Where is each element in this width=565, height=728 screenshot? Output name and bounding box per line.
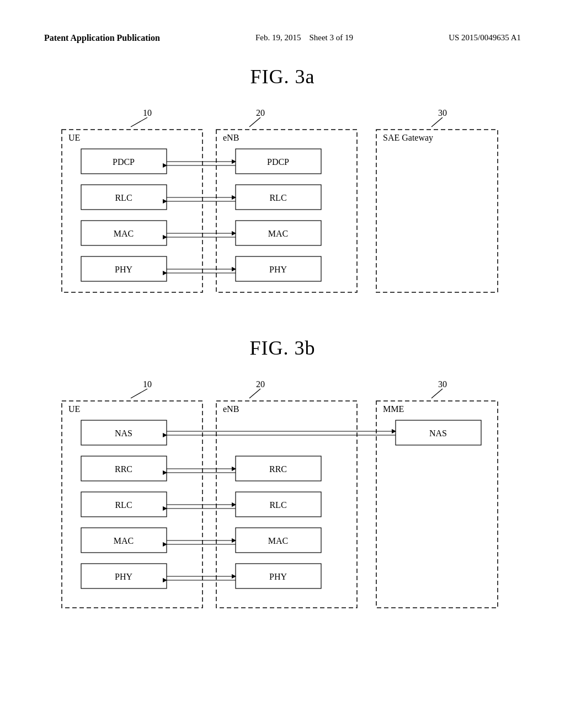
figure-3b: FIG. 3b 10 20 30 UE eNB MME NAS RRC [44, 336, 521, 619]
fig3a-enb-mac-label: MAC [268, 229, 288, 238]
fig3a-title: FIG. 3a [44, 65, 521, 88]
page: Patent Application Publication Feb. 19, … [0, 0, 565, 728]
fig3b-ue-phy-label: PHY [115, 572, 132, 581]
svg-line-5 [131, 389, 147, 398]
fig3b-label-30: 30 [438, 379, 447, 389]
fig3b-enb-rlc-label: RLC [269, 500, 286, 510]
fig3a-enb-rlc-label: RLC [269, 193, 286, 202]
fig3a-ue-rlc-label: RLC [115, 193, 132, 202]
fig3b-diagram: 10 20 30 UE eNB MME NAS RRC RLC [45, 371, 520, 619]
fig3a-sae-box [376, 130, 498, 292]
fig3a-ue-phy-label: PHY [115, 265, 132, 274]
fig3b-mme-label: MME [383, 404, 404, 414]
fig3b-ue-rrc-label: RRC [115, 464, 132, 474]
header-sheet: Sheet 3 of 19 [309, 33, 353, 42]
fig3b-enb-rrc-label: RRC [269, 464, 287, 474]
fig3a-enb-phy-label: PHY [269, 265, 287, 274]
fig3a-ue-pdcp-label: PDCP [113, 157, 135, 167]
fig3a-label-20: 20 [256, 108, 265, 117]
header-patent-number: US 2015/0049635 A1 [449, 33, 521, 42]
header-publication-label: Patent Application Publication [44, 33, 160, 43]
fig3a-label-30: 30 [438, 108, 447, 117]
fig3a-label-10: 10 [143, 108, 152, 117]
page-header: Patent Application Publication Feb. 19, … [44, 33, 521, 43]
fig3b-enb-label: eNB [223, 404, 239, 414]
fig3a-ue-label: UE [68, 133, 80, 142]
fig3b-ue-nas-label: NAS [115, 429, 132, 438]
svg-line-1 [249, 117, 260, 127]
fig3a-enb-pdcp-label: PDCP [267, 157, 289, 167]
fig3b-title: FIG. 3b [44, 336, 521, 360]
fig3b-ue-mac-label: MAC [114, 536, 134, 545]
fig3a-diagram: 10 20 30 UE eNB SAE Gateway PDCP [45, 99, 520, 303]
header-date: Feb. 19, 2015 [255, 33, 301, 42]
svg-line-6 [249, 389, 260, 398]
svg-line-7 [431, 389, 443, 398]
fig3b-enb-phy-label: PHY [269, 572, 287, 581]
fig3b-label-20: 20 [256, 379, 265, 389]
svg-line-0 [131, 117, 147, 127]
fig3b-mme-nas-label: NAS [429, 429, 447, 438]
figure-3a: FIG. 3a 10 20 30 UE eNB SAE Gateway [44, 65, 521, 303]
fig3a-sae-label: SAE Gateway [383, 133, 433, 143]
fig3a-ue-mac-label: MAC [114, 229, 134, 238]
header-date-sheet: Feb. 19, 2015 Sheet 3 of 19 [255, 33, 353, 42]
fig3b-ue-rlc-label: RLC [115, 500, 132, 510]
fig3b-ue-label: UE [68, 404, 80, 414]
fig3a-enb-label: eNB [223, 133, 239, 142]
fig3b-enb-mac-label: MAC [268, 536, 288, 545]
fig3b-label-10: 10 [143, 379, 152, 389]
svg-line-2 [431, 117, 443, 127]
